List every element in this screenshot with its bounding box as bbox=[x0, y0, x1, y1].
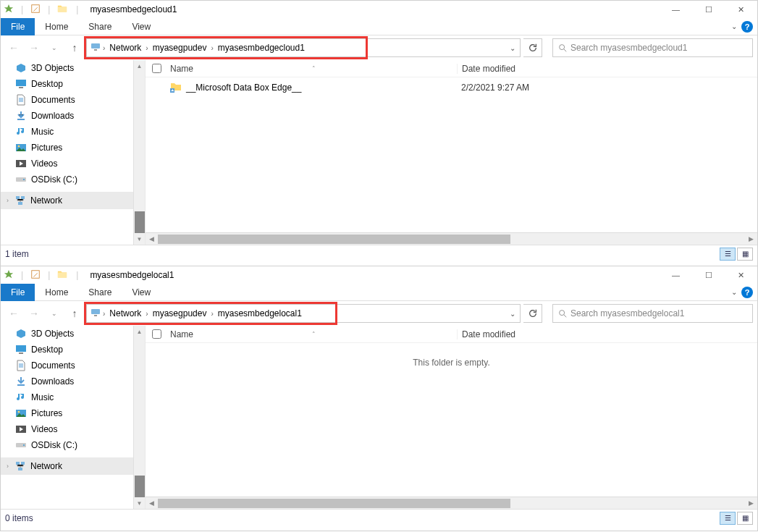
chevron-right-icon[interactable]: › bbox=[144, 44, 149, 52]
nav-forward-button[interactable]: → bbox=[25, 305, 43, 322]
titlebar[interactable]: | | | myasesmbedgelocal1 — ☐ ✕ bbox=[1, 266, 757, 284]
minimize-button[interactable]: — bbox=[660, 266, 692, 284]
sidebar-item-3d-objects[interactable]: 3D Objects bbox=[1, 326, 145, 342]
sidebar-item-music[interactable]: Music bbox=[1, 124, 145, 140]
scroll-left-button[interactable]: ◀ bbox=[146, 497, 158, 509]
view-icons-button[interactable]: ▦ bbox=[737, 512, 753, 525]
nav-forward-button[interactable]: → bbox=[25, 39, 43, 56]
breadcrumb-item[interactable]: Network bbox=[106, 308, 144, 318]
sidebar-item-documents[interactable]: Documents bbox=[1, 92, 145, 108]
tab-view[interactable]: View bbox=[122, 19, 161, 35]
scroll-down-button[interactable]: ▼ bbox=[134, 233, 145, 245]
breadcrumb-item[interactable]: Network bbox=[106, 43, 144, 53]
scroll-right-button[interactable]: ▶ bbox=[745, 233, 757, 245]
sidebar-item-documents[interactable]: Documents bbox=[1, 358, 145, 373]
view-details-button[interactable]: ☰ bbox=[720, 512, 736, 525]
sidebar-item-videos[interactable]: Videos bbox=[1, 156, 145, 172]
content-pane[interactable]: Name˄ Date modified This folder is empty… bbox=[146, 326, 757, 509]
ribbon-expand-icon[interactable]: ⌄ bbox=[731, 288, 737, 296]
nav-up-button[interactable]: ↑ bbox=[66, 39, 83, 56]
chevron-right-icon[interactable]: › bbox=[144, 310, 149, 318]
scroll-up-button[interactable]: ▲ bbox=[134, 326, 145, 337]
refresh-button[interactable] bbox=[523, 38, 542, 57]
qat-pin-icon[interactable] bbox=[4, 269, 14, 282]
column-header-date[interactable]: Date modified bbox=[457, 329, 757, 339]
scroll-thumb[interactable] bbox=[135, 476, 145, 497]
scroll-down-button[interactable]: ▼ bbox=[134, 497, 145, 509]
nav-recent-dropdown[interactable]: ⌄ bbox=[46, 39, 63, 56]
close-button[interactable]: ✕ bbox=[725, 1, 757, 18]
ribbon-expand-icon[interactable]: ⌄ bbox=[731, 22, 737, 30]
file-tab[interactable]: File bbox=[1, 18, 35, 35]
tab-home[interactable]: Home bbox=[35, 19, 78, 35]
chevron-right-icon[interactable]: › bbox=[7, 197, 9, 204]
sidebar-item-downloads[interactable]: Downloads bbox=[1, 108, 145, 124]
maximize-button[interactable]: ☐ bbox=[692, 1, 725, 18]
sidebar[interactable]: 3D Objects Desktop Documents Downloads M… bbox=[1, 60, 146, 245]
tab-view[interactable]: View bbox=[122, 284, 161, 300]
refresh-button[interactable] bbox=[523, 304, 542, 323]
qat-properties-icon[interactable] bbox=[30, 4, 41, 16]
column-header-name[interactable]: Name˄ bbox=[167, 329, 457, 339]
sidebar-item-osdisk[interactable]: OSDisk (C:) bbox=[1, 437, 145, 453]
sidebar-item-network[interactable]: ›Network bbox=[1, 457, 145, 475]
chevron-right-icon[interactable]: › bbox=[101, 44, 106, 52]
horizontal-scrollbar[interactable]: ◀ ▶ bbox=[146, 497, 757, 509]
help-icon[interactable]: ? bbox=[741, 287, 753, 298]
sidebar-item-network[interactable]: ›Network bbox=[1, 192, 145, 209]
address-bar[interactable]: › Network › myasegpudev › myasesmbedgelo… bbox=[86, 304, 521, 323]
address-bar[interactable]: › Network › myasegpudev › myasesmbedgecl… bbox=[86, 38, 521, 57]
tab-share[interactable]: Share bbox=[78, 284, 122, 300]
scroll-right-button[interactable]: ▶ bbox=[745, 497, 757, 509]
tab-share[interactable]: Share bbox=[78, 19, 122, 35]
scroll-thumb[interactable] bbox=[158, 235, 510, 244]
chevron-right-icon[interactable]: › bbox=[101, 310, 106, 318]
sidebar-item-desktop[interactable]: Desktop bbox=[1, 76, 145, 92]
chevron-right-icon[interactable]: › bbox=[209, 44, 214, 52]
breadcrumb-item[interactable]: myasegpudev bbox=[150, 43, 210, 53]
scroll-thumb[interactable] bbox=[158, 499, 510, 508]
breadcrumb-item[interactable]: myasesmbedgelocal1 bbox=[215, 308, 305, 318]
sidebar-scrollbar[interactable]: ▲ ▼ bbox=[133, 326, 145, 509]
qat-pin-icon[interactable] bbox=[4, 4, 14, 16]
nav-up-button[interactable]: ↑ bbox=[66, 305, 83, 322]
file-row[interactable]: __Microsoft Data Box Edge__ 2/2/2021 9:2… bbox=[146, 77, 757, 93]
content-pane[interactable]: Name˄ Date modified __Microsoft Data Box… bbox=[146, 60, 757, 245]
address-dropdown[interactable]: ⌄ bbox=[505, 310, 520, 318]
sidebar-item-videos[interactable]: Videos bbox=[1, 421, 145, 437]
column-header-date[interactable]: Date modified bbox=[457, 64, 757, 74]
search-input[interactable]: Search myasesmbedgecloud1 bbox=[552, 38, 753, 57]
search-input[interactable]: Search myasesmbedgelocal1 bbox=[552, 304, 753, 323]
sidebar-item-desktop[interactable]: Desktop bbox=[1, 342, 145, 358]
view-details-button[interactable]: ☰ bbox=[720, 248, 736, 261]
nav-back-button[interactable]: ← bbox=[5, 39, 22, 56]
sidebar-item-pictures[interactable]: Pictures bbox=[1, 140, 145, 156]
sidebar-scrollbar[interactable]: ▲ ▼ bbox=[133, 60, 145, 245]
horizontal-scrollbar[interactable]: ◀ ▶ bbox=[146, 232, 757, 245]
qat-properties-icon[interactable] bbox=[30, 269, 41, 282]
nav-recent-dropdown[interactable]: ⌄ bbox=[46, 305, 63, 322]
file-tab[interactable]: File bbox=[1, 284, 35, 301]
chevron-right-icon[interactable]: › bbox=[209, 310, 214, 318]
sidebar-item-pictures[interactable]: Pictures bbox=[1, 405, 145, 421]
minimize-button[interactable]: — bbox=[660, 1, 692, 18]
breadcrumb-item[interactable]: myasegpudev bbox=[150, 308, 210, 318]
scroll-thumb[interactable] bbox=[135, 211, 145, 233]
chevron-right-icon[interactable]: › bbox=[7, 463, 9, 470]
view-icons-button[interactable]: ▦ bbox=[737, 248, 753, 261]
sidebar-item-osdisk[interactable]: OSDisk (C:) bbox=[1, 172, 145, 187]
nav-back-button[interactable]: ← bbox=[5, 305, 22, 322]
address-dropdown[interactable]: ⌄ bbox=[505, 44, 520, 52]
select-all-checkbox[interactable] bbox=[146, 329, 167, 339]
scroll-up-button[interactable]: ▲ bbox=[134, 60, 145, 72]
select-all-checkbox[interactable] bbox=[146, 64, 167, 73]
maximize-button[interactable]: ☐ bbox=[692, 266, 725, 284]
help-icon[interactable]: ? bbox=[741, 21, 753, 33]
sidebar-item-3d-objects[interactable]: 3D Objects bbox=[1, 60, 145, 76]
sidebar-item-music[interactable]: Music bbox=[1, 389, 145, 405]
sidebar[interactable]: 3D Objects Desktop Documents Downloads M… bbox=[1, 326, 146, 509]
column-header-name[interactable]: Name˄ bbox=[167, 64, 457, 74]
scroll-left-button[interactable]: ◀ bbox=[146, 233, 158, 245]
tab-home[interactable]: Home bbox=[35, 284, 78, 300]
close-button[interactable]: ✕ bbox=[725, 266, 757, 284]
